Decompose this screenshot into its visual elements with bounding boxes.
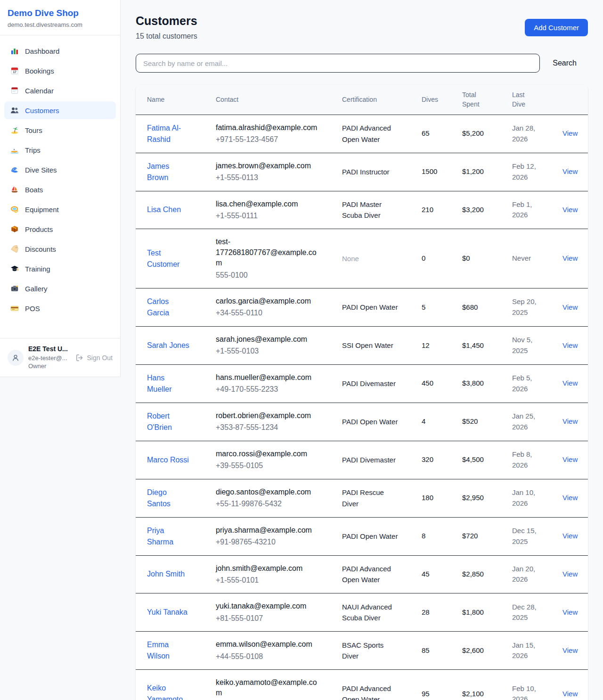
customer-last-dive: Nov 5, 2025 [512, 335, 542, 356]
calendar-icon [10, 86, 19, 95]
customer-phone: +1-555-0103 [216, 346, 331, 356]
view-customer-link[interactable]: View [562, 570, 578, 578]
customer-phone: +353-87-555-1234 [216, 422, 331, 433]
table-row: Fatima Al-Rashidfatima.alrashid@example.… [136, 115, 588, 153]
customer-phone: +44-555-0108 [216, 651, 331, 662]
sidebar-item-label: Discounts [25, 245, 56, 253]
page-header: Customers 15 total customers Add Custome… [136, 14, 588, 41]
customer-email: carlos.garcia@example.com [216, 296, 319, 306]
customer-dives: 12 [416, 326, 456, 364]
customer-name-link[interactable]: John Smith [147, 568, 185, 580]
customer-phone: +971-55-123-4567 [216, 134, 331, 145]
table-row: Sarah Jonessarah.jones@example.com+1-555… [136, 326, 588, 364]
sign-out-button[interactable]: Sign Out [75, 354, 113, 362]
view-customer-link[interactable]: View [562, 646, 578, 654]
customer-dives: 28 [416, 593, 456, 632]
customer-total-spent: $2,950 [456, 479, 506, 517]
customer-phone: 555-0100 [216, 270, 331, 280]
table-row: Diego Santosdiego.santos@example.com+55-… [136, 479, 588, 517]
tag-icon [10, 245, 19, 253]
customer-phone: +91-98765-43210 [216, 537, 331, 547]
customer-email: fatima.alrashid@example.com [216, 123, 319, 133]
shop-name[interactable]: Demo Dive Shop [8, 8, 113, 18]
customer-last-dive: Feb 8, 2026 [512, 449, 542, 470]
customer-name-link[interactable]: Diego Santos [147, 487, 191, 510]
sidebar-item-equipment[interactable]: Equipment [4, 200, 116, 218]
search-button[interactable]: Search [540, 59, 588, 67]
sidebar-item-dashboard[interactable]: Dashboard [4, 42, 116, 60]
sidebar-item-gallery[interactable]: Gallery [4, 280, 116, 297]
view-customer-link[interactable]: View [562, 379, 578, 387]
customer-email: emma.wilson@example.com [216, 639, 319, 650]
view-customer-link[interactable]: View [562, 206, 578, 214]
view-customer-link[interactable]: View [562, 494, 578, 502]
customer-last-dive: Jan 20, 2026 [512, 564, 542, 585]
table-row: Robert O'Brienrobert.obrien@example.com+… [136, 403, 588, 441]
view-customer-link[interactable]: View [562, 129, 578, 137]
table-row: Marco Rossimarco.rossi@example.com+39-55… [136, 441, 588, 479]
user-email: e2e-tester@... [28, 354, 71, 362]
view-customer-link[interactable]: View [562, 167, 578, 175]
customers-table-body: Fatima Al-Rashidfatima.alrashid@example.… [136, 115, 588, 700]
view-customer-link[interactable]: View [562, 341, 578, 349]
customer-name-link[interactable]: Hans Mueller [147, 372, 191, 395]
search-input[interactable] [136, 54, 540, 73]
table-header-row: NameContactCertificationDivesTotal Spent… [136, 85, 588, 115]
package-icon [10, 225, 19, 233]
customer-last-dive: Feb 1, 2026 [512, 199, 542, 221]
sidebar-item-dive-sites[interactable]: Dive Sites [4, 161, 116, 179]
customer-email: yuki.tanaka@example.com [216, 601, 319, 611]
customer-certification: None [342, 253, 401, 264]
wave-icon [10, 165, 19, 174]
customer-total-spent: $520 [456, 403, 506, 441]
sidebar-item-customers[interactable]: Customers [4, 101, 116, 119]
customer-name-link[interactable]: Marco Rossi [147, 454, 189, 466]
add-customer-button[interactable]: Add Customer [525, 19, 588, 36]
view-customer-link[interactable]: View [562, 455, 578, 463]
customer-name-link[interactable]: Carlos Garcia [147, 296, 191, 319]
customer-dives: 45 [416, 555, 456, 593]
customer-name-link[interactable]: Sarah Jones [147, 340, 189, 351]
bar-chart-icon [10, 47, 19, 55]
sidebar-item-boats[interactable]: Boats [4, 181, 116, 198]
column-header-contact: Contact [210, 85, 336, 115]
customer-dives: 65 [416, 115, 456, 153]
customer-last-dive: Feb 5, 2026 [512, 373, 542, 394]
sidebar-item-bookings[interactable]: 17Bookings [4, 62, 116, 80]
sidebar-item-products[interactable]: Products [4, 220, 116, 238]
view-customer-link[interactable]: View [562, 532, 578, 540]
view-customer-link[interactable]: View [562, 608, 578, 616]
sidebar-item-calendar[interactable]: Calendar [4, 82, 116, 99]
customer-name-link[interactable]: Test Customer [147, 247, 191, 270]
customer-name-link[interactable]: Fatima Al-Rashid [147, 123, 191, 145]
customer-name-link[interactable]: Emma Wilson [147, 639, 191, 662]
customer-name-link[interactable]: Lisa Chen [147, 204, 181, 215]
user-info: E2E Test U... e2e-tester@... Owner [28, 345, 71, 371]
user-name: E2E Test U... [28, 345, 71, 354]
customer-total-spent: $2,850 [456, 555, 506, 593]
sidebar-item-tours[interactable]: Tours [4, 121, 116, 139]
sidebar-item-pos[interactable]: POS [4, 299, 116, 317]
view-customer-link[interactable]: View [562, 417, 578, 425]
sailboat-icon [10, 185, 19, 194]
customer-phone: +39-555-0105 [216, 461, 331, 471]
customer-dives: 1500 [416, 153, 456, 191]
camera-icon [10, 284, 19, 293]
customer-name-link[interactable]: Keiko Yamamoto [147, 683, 191, 700]
view-customer-link[interactable]: View [562, 303, 578, 311]
graduation-cap-icon [10, 264, 19, 273]
customer-name-link[interactable]: James Brown [147, 161, 191, 183]
view-customer-link[interactable]: View [562, 254, 578, 262]
column-header-certification: Certification [336, 85, 416, 115]
sidebar-item-training[interactable]: Training [4, 260, 116, 278]
customer-name-link[interactable]: Robert O'Brien [147, 411, 191, 433]
customer-name-link[interactable]: Priya Sharma [147, 525, 191, 548]
view-customer-link[interactable]: View [562, 690, 578, 698]
customer-last-dive: Jan 15, 2026 [512, 640, 542, 661]
sidebar-item-discounts[interactable]: Discounts [4, 240, 116, 258]
sidebar-item-trips[interactable]: Trips [4, 141, 116, 159]
customer-certification: BSAC Sports Diver [342, 640, 401, 662]
customer-name-link[interactable]: Yuki Tanaka [147, 607, 187, 618]
table-row: James Brownjames.brown@example.com+1-555… [136, 153, 588, 191]
svg-text:17: 17 [13, 70, 16, 74]
